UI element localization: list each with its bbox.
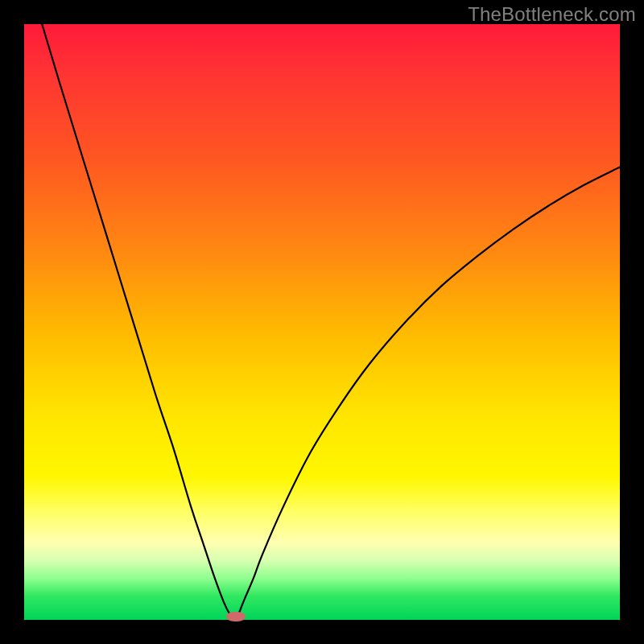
optimal-marker: [226, 612, 246, 621]
watermark-text: TheBottleneck.com: [468, 3, 636, 26]
bottleneck-curve: [24, 24, 620, 620]
curve-right-branch: [236, 167, 620, 620]
curve-left-branch: [42, 24, 236, 620]
plot-area: [24, 24, 620, 620]
chart-frame: TheBottleneck.com: [0, 0, 644, 644]
